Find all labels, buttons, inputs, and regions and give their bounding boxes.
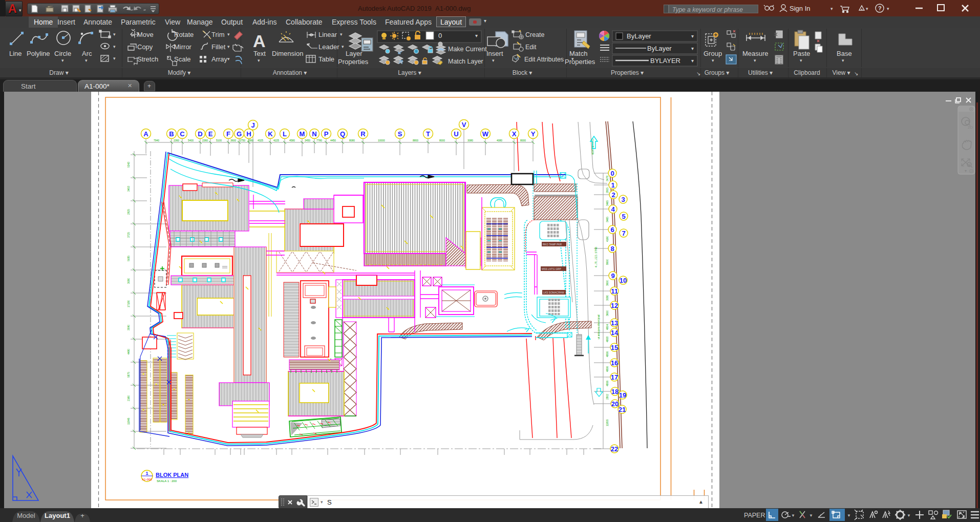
svg-text:J: J [251, 121, 254, 129]
svg-text:3725: 3725 [127, 232, 130, 238]
svg-text:8080: 8080 [349, 139, 355, 142]
svg-text:0: 0 [610, 170, 614, 177]
svg-text:2360: 2360 [202, 139, 208, 142]
svg-text:3600: 3600 [606, 280, 609, 286]
svg-text:1: 1 [611, 181, 614, 189]
svg-text:3: 3 [621, 196, 625, 203]
svg-text:ByLayer: ByLayer [627, 32, 651, 40]
svg-text:10: 10 [620, 277, 627, 284]
svg-text:2360: 2360 [174, 139, 179, 142]
svg-text:2925: 2925 [127, 209, 130, 215]
svg-text:4480: 4480 [127, 349, 130, 354]
svg-text:▼: ▼ [847, 513, 851, 518]
svg-text:14: 14 [611, 329, 619, 337]
svg-text:X: X [512, 130, 517, 138]
svg-text:Properties ▾: Properties ▾ [611, 69, 644, 76]
svg-text:K: K [268, 130, 273, 138]
svg-text:+: + [80, 512, 84, 519]
svg-text:Edit Attributes: Edit Attributes [524, 56, 564, 63]
svg-text:Clipboard: Clipboard [794, 69, 820, 76]
svg-text:19: 19 [619, 391, 626, 399]
svg-text:16: 16 [611, 359, 618, 367]
svg-text:6: 6 [610, 226, 614, 234]
svg-text:▾: ▾ [340, 32, 343, 37]
svg-text:F: F [226, 130, 230, 138]
svg-text:8600: 8600 [606, 259, 609, 265]
svg-text:Leader: Leader [318, 43, 339, 51]
svg-text:17: 17 [611, 373, 618, 381]
svg-text:▾: ▾ [830, 6, 833, 11]
svg-text:5085: 5085 [127, 256, 130, 261]
svg-text:R: R [360, 130, 366, 138]
svg-text:Make Current: Make Current [448, 46, 487, 53]
svg-text:Scale: Scale [174, 55, 191, 63]
svg-text:N: N [312, 130, 316, 138]
svg-text:View ▾: View ▾ [832, 69, 850, 76]
svg-text:▾: ▾ [965, 169, 967, 173]
svg-text:18: 18 [611, 388, 619, 395]
svg-text:Rotate: Rotate [174, 31, 194, 38]
svg-text:3600: 3600 [606, 310, 609, 316]
svg-text:▾: ▾ [475, 33, 478, 38]
svg-text:Edit: Edit [525, 44, 537, 51]
svg-text:4225: 4225 [273, 139, 279, 142]
svg-text:▾: ▾ [866, 6, 868, 11]
svg-text:E: E [208, 130, 213, 138]
svg-text:▾: ▾ [227, 44, 230, 49]
svg-text:Move: Move [137, 31, 154, 38]
svg-text:11805: 11805 [606, 419, 609, 426]
svg-text:5343: 5343 [127, 162, 130, 168]
svg-text:?: ? [878, 5, 882, 11]
svg-text:Groups ▾: Groups ▾ [705, 69, 730, 76]
svg-text:MSS LNTG GRP: MSS LNTG GRP [542, 267, 561, 270]
svg-text:4080: 4080 [497, 139, 502, 142]
svg-text:L: L [283, 130, 287, 138]
svg-text:3590: 3590 [127, 325, 130, 330]
svg-text:22: 22 [611, 445, 618, 453]
svg-text:▾: ▾ [691, 33, 694, 39]
svg-text:8800: 8800 [413, 139, 418, 142]
svg-text:Sign In: Sign In [790, 5, 810, 12]
svg-text:Modify ▾: Modify ▾ [168, 69, 191, 76]
svg-text:P: P [324, 130, 329, 138]
svg-text:3453: 3453 [127, 186, 130, 192]
svg-text:4808: 4808 [606, 337, 609, 342]
svg-text:W: W [482, 130, 489, 138]
svg-text:3465: 3465 [606, 217, 609, 222]
svg-text:Copy: Copy [137, 43, 153, 51]
svg-text:4160: 4160 [606, 236, 609, 242]
svg-text:3450: 3450 [305, 139, 310, 142]
svg-text:▾: ▾ [113, 56, 116, 61]
svg-text:10000: 10000 [378, 139, 385, 142]
svg-text:3600: 3600 [230, 139, 236, 142]
svg-text:13: 13 [611, 319, 618, 327]
svg-text:LKS SOMACRHM: LKS SOMACRHM [543, 291, 564, 294]
svg-text:RKO TAMP PKR: RKO TAMP PKR [543, 243, 562, 246]
svg-text:▾: ▾ [113, 32, 116, 37]
svg-text:S: S [398, 130, 402, 138]
svg-text:2750: 2750 [240, 139, 245, 142]
svg-text:2802: 2802 [606, 394, 609, 400]
svg-text:2D: 2D [968, 125, 973, 130]
svg-text:9: 9 [611, 272, 614, 280]
svg-text:SKALA 1 : 200: SKALA 1 : 200 [157, 479, 177, 483]
svg-text:8: 8 [610, 245, 614, 253]
svg-text:U: U [454, 130, 458, 138]
svg-text:5875: 5875 [127, 372, 130, 378]
svg-text:Block ▾: Block ▾ [513, 69, 532, 76]
svg-text:G: G [237, 130, 242, 138]
svg-text:A: A [143, 130, 148, 138]
svg-text:A: A [253, 31, 266, 51]
svg-text:4325: 4325 [258, 139, 263, 142]
svg-text:Table: Table [318, 55, 334, 63]
svg-text:5400: 5400 [188, 139, 194, 142]
svg-text:7: 7 [622, 229, 625, 237]
svg-text:▼: ▼ [809, 513, 813, 518]
svg-text:Utilities ▾: Utilities ▾ [748, 69, 773, 76]
svg-text:Create: Create [525, 31, 545, 38]
svg-text:▼: ▼ [907, 513, 911, 518]
svg-text:Layout1: Layout1 [45, 512, 70, 519]
svg-text:21: 21 [619, 406, 626, 413]
svg-text:Mirror: Mirror [174, 43, 192, 51]
svg-text:4806: 4806 [606, 366, 609, 372]
